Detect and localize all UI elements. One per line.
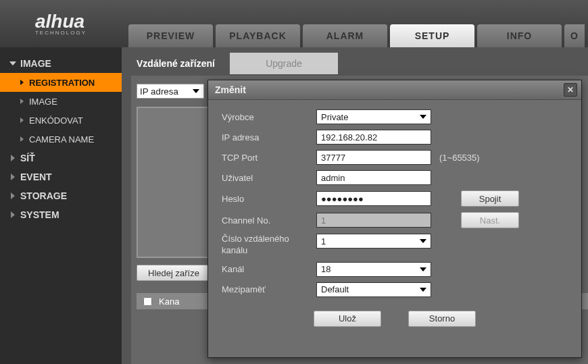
close-icon[interactable]: ✕ [564, 83, 577, 97]
search-button[interactable]: Hledej zaříze [137, 265, 211, 281]
user-input[interactable] [316, 170, 431, 185]
save-button[interactable]: Ulož [314, 311, 381, 327]
dialog-titlebar[interactable]: Změnit ✕ [208, 80, 581, 100]
label-port: TCP Port [222, 153, 316, 163]
inner-tab-remote[interactable]: Vzdálené zařízení [122, 53, 230, 74]
caret-right-icon [20, 99, 24, 104]
edit-dialog: Změnit ✕ Výrobce Private IP adresa TCP P… [207, 80, 582, 358]
sidebar-item-encode[interactable]: ENKÓDOVAT [0, 111, 122, 130]
dialog-footer: Ulož Storno [222, 311, 568, 327]
label-channel-no: Channel No. [222, 215, 316, 226]
label-buffer: Mezipaměť [222, 284, 316, 294]
sidebar-event[interactable]: EVENT [0, 167, 122, 186]
tab-extra[interactable]: O [564, 24, 585, 47]
brand-name: alhua [35, 11, 84, 32]
caret-right-icon [20, 136, 24, 142]
caret-right-icon [11, 174, 15, 180]
tab-alarm[interactable]: ALARM [303, 24, 387, 47]
tab-info[interactable]: INFO [477, 24, 562, 47]
brand-logo: alhua TECHNOLOGY [0, 0, 122, 47]
label-ip: IP adresa [222, 132, 316, 142]
top-bar: alhua TECHNOLOGY PREVIEW PLAYBACK ALARM … [0, 0, 588, 47]
remote-channel-select[interactable]: 1 [316, 234, 431, 249]
ip-filter-select[interactable]: IP adresa [137, 84, 204, 99]
cancel-button[interactable]: Storno [408, 311, 476, 327]
caret-right-icon [11, 155, 15, 161]
buffer-select[interactable]: Default [316, 282, 431, 297]
sidebar-network[interactable]: SÍŤ [0, 149, 122, 167]
label-manufacturer: Výrobce [222, 112, 316, 122]
port-hint: (1~65535) [439, 153, 480, 163]
brand-sub: TECHNOLOGY [35, 30, 87, 36]
top-tabs: PREVIEW PLAYBACK ALARM SETUP INFO O [128, 24, 585, 47]
tab-playback[interactable]: PLAYBACK [216, 24, 300, 47]
dialog-body: Výrobce Private IP adresa TCP Port (1~65… [208, 100, 581, 336]
label-password: Heslo [222, 194, 316, 204]
sidebar-item-registration[interactable]: REGISTRATION [0, 73, 122, 92]
sidebar-storage[interactable]: STORAGE [0, 186, 122, 205]
col-channel: Kana [159, 296, 179, 307]
port-input[interactable] [316, 150, 431, 165]
ip-input[interactable] [316, 130, 431, 145]
select-all-checkbox[interactable] [143, 297, 152, 306]
caret-right-icon [11, 211, 15, 218]
sidebar-item-camera-name[interactable]: CAMERA NAME [0, 130, 122, 149]
sidebar: IMAGE REGISTRATION IMAGE ENKÓDOVAT CAMER… [0, 47, 122, 364]
caret-right-icon [20, 80, 24, 85]
caret-right-icon [11, 192, 15, 199]
tab-preview[interactable]: PREVIEW [128, 24, 213, 47]
label-channel: Kanál [222, 264, 316, 274]
sidebar-item-image[interactable]: IMAGE [0, 92, 122, 111]
inner-tabs: Vzdálené zařízení Upgrade [122, 53, 588, 74]
sidebar-image[interactable]: IMAGE [0, 54, 122, 73]
connect-button[interactable]: Spojit [461, 190, 519, 207]
caret-right-icon [20, 118, 24, 123]
sidebar-system[interactable]: SYSTEM [0, 205, 122, 224]
label-remote-channel: Číslo vzdáleného kanálu [222, 234, 316, 257]
password-input[interactable] [316, 191, 431, 206]
dialog-title: Změnit [215, 84, 246, 95]
label-user: Uživatel [222, 173, 316, 183]
inner-tab-upgrade[interactable]: Upgrade [230, 53, 338, 74]
channel-no-input [316, 213, 431, 228]
channel-select[interactable]: 18 [316, 262, 431, 277]
setup-button[interactable]: Nast. [461, 212, 519, 228]
caret-down-icon [9, 61, 16, 66]
tab-setup[interactable]: SETUP [390, 24, 474, 47]
manufacturer-select[interactable]: Private [316, 109, 431, 124]
